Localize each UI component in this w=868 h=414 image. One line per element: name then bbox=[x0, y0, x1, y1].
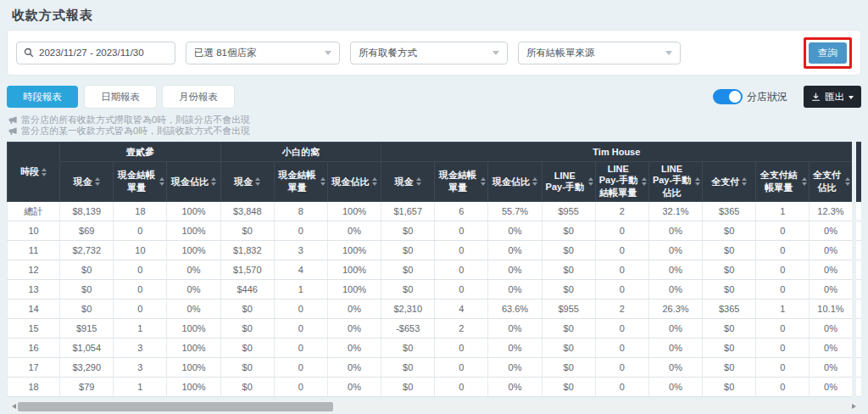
value-cell: $1,054 bbox=[60, 338, 114, 358]
table-row: 總計$8,13918100%$3,8488100%$1,657655.7%$95… bbox=[8, 202, 862, 221]
value-cell: 100% bbox=[167, 378, 220, 397]
value-cell: 63.6% bbox=[488, 299, 542, 319]
sort-icon bbox=[416, 177, 421, 186]
tab-month-report[interactable]: 月份報表 bbox=[163, 86, 234, 108]
value-cell: 100% bbox=[167, 358, 220, 378]
value-cell: 0 bbox=[756, 280, 810, 299]
value-cell: 0% bbox=[488, 260, 542, 280]
column-header-time[interactable]: 時段 bbox=[8, 143, 60, 202]
value-cell: 0% bbox=[648, 280, 702, 299]
scroll-right-arrow-icon[interactable] bbox=[852, 404, 859, 409]
value-cell: 0% bbox=[810, 280, 854, 299]
value-cell: $0 bbox=[220, 358, 274, 378]
value-cell-clipped bbox=[854, 260, 861, 280]
value-cell: $1,657 bbox=[381, 202, 435, 221]
value-cell: $0 bbox=[703, 378, 756, 397]
pickup-method-select[interactable]: 所有取餐方式 bbox=[350, 42, 508, 64]
column-header[interactable]: 全支付 bbox=[703, 162, 756, 202]
column-header[interactable]: LINE Pay-手動結帳單量 bbox=[595, 162, 648, 202]
value-cell: 0 bbox=[595, 241, 648, 260]
value-cell: 100% bbox=[167, 319, 220, 338]
date-range-input[interactable]: 2023/11/27 - 2023/11/30 bbox=[16, 42, 175, 64]
page-title: 收款方式報表 bbox=[0, 0, 868, 24]
value-cell: 0 bbox=[274, 358, 327, 378]
source-select-value: 所有結帳單來源 bbox=[526, 47, 595, 59]
column-header[interactable]: 現金結帳單量 bbox=[435, 162, 488, 202]
scrollbar-thumb[interactable] bbox=[18, 402, 333, 411]
column-header[interactable]: LINE Pay-手動佔比 bbox=[648, 162, 702, 202]
column-header[interactable]: 現金結帳單量 bbox=[274, 162, 327, 202]
column-header[interactable]: 現金 bbox=[381, 162, 435, 202]
sort-icon bbox=[211, 177, 216, 186]
value-cell: 100% bbox=[327, 260, 381, 280]
value-cell: 100% bbox=[327, 202, 381, 221]
column-header[interactable]: 全支付佔比 bbox=[810, 162, 854, 202]
tab-date-report[interactable]: 日期報表 bbox=[85, 86, 156, 108]
value-cell: $0 bbox=[542, 358, 595, 378]
query-button[interactable]: 查詢 bbox=[809, 42, 847, 64]
value-cell-clipped bbox=[854, 299, 861, 319]
sort-icon bbox=[481, 177, 486, 186]
value-cell: $0 bbox=[220, 299, 274, 319]
column-header[interactable]: 現金佔比 bbox=[167, 162, 220, 202]
value-cell: 0% bbox=[810, 338, 854, 358]
store-select[interactable]: 已選 81個店家 bbox=[186, 42, 340, 64]
value-cell: 0 bbox=[595, 378, 648, 397]
scroll-left-arrow-icon[interactable] bbox=[9, 404, 16, 409]
value-cell: 0% bbox=[167, 260, 220, 280]
value-cell: 0 bbox=[756, 221, 810, 241]
value-cell: 0% bbox=[327, 319, 381, 338]
note-text: 當分店的某一收款方式皆為0時，則該收款方式不會出現 bbox=[21, 126, 250, 137]
value-cell: $79 bbox=[60, 378, 114, 397]
branch-status-toggle[interactable] bbox=[713, 89, 743, 104]
value-cell: 0% bbox=[648, 221, 702, 241]
table-row: 18$791100%$000%$000%$000%$000% bbox=[8, 378, 862, 397]
value-cell: $0 bbox=[381, 338, 435, 358]
column-header[interactable]: 現金佔比 bbox=[327, 162, 381, 202]
order-source-select[interactable]: 所有結帳單來源 bbox=[518, 42, 681, 64]
value-cell: $0 bbox=[542, 221, 595, 241]
megaphone-icon bbox=[8, 126, 18, 136]
value-cell: $915 bbox=[60, 319, 114, 338]
table-row: 14$000%$000%$2,310463.6%$955226.3%$36511… bbox=[8, 299, 862, 319]
value-cell: 0% bbox=[488, 221, 542, 241]
value-cell: $1,570 bbox=[220, 260, 274, 280]
value-cell: 0% bbox=[488, 338, 542, 358]
chevron-down-icon bbox=[325, 51, 331, 59]
time-cell: 17 bbox=[8, 358, 60, 378]
toggle-knob bbox=[729, 91, 741, 103]
time-cell: 18 bbox=[8, 378, 60, 397]
store-group-header-clipped bbox=[854, 143, 861, 202]
chevron-down-icon bbox=[665, 51, 672, 59]
value-cell: 0 bbox=[435, 241, 488, 260]
time-cell: 15 bbox=[8, 319, 60, 338]
value-cell: $0 bbox=[381, 280, 435, 299]
column-header[interactable]: 現金 bbox=[220, 162, 274, 202]
tab-time-period-report[interactable]: 時段報表 bbox=[7, 86, 78, 108]
value-cell: 0 bbox=[114, 260, 167, 280]
column-header[interactable]: 全支付結帳單量 bbox=[756, 162, 810, 202]
value-cell-clipped bbox=[854, 319, 861, 338]
column-header[interactable]: LINE Pay-手動 bbox=[542, 162, 595, 202]
sort-icon bbox=[159, 177, 164, 186]
horizontal-scrollbar[interactable] bbox=[7, 401, 861, 412]
value-cell: 0% bbox=[648, 319, 702, 338]
value-cell: $3,848 bbox=[220, 202, 274, 221]
column-header[interactable]: 現金結帳單量 bbox=[114, 162, 167, 202]
table-row: 13$000%$4461100%$000%$000%$000% bbox=[8, 280, 862, 299]
value-cell: $955 bbox=[542, 299, 595, 319]
chevron-down-icon bbox=[849, 96, 854, 102]
column-header[interactable]: 現金佔比 bbox=[488, 162, 542, 202]
value-cell: 26.3% bbox=[648, 299, 702, 319]
value-cell: 4 bbox=[274, 260, 327, 280]
value-cell: 1 bbox=[274, 280, 327, 299]
value-cell: 3 bbox=[114, 338, 167, 358]
value-cell: $0 bbox=[703, 358, 756, 378]
value-cell: 0% bbox=[488, 378, 542, 397]
annotation-highlight-box: 查詢 bbox=[804, 37, 852, 69]
time-cell: 10 bbox=[8, 221, 60, 241]
column-header[interactable]: 現金 bbox=[60, 162, 114, 202]
value-cell: $1,832 bbox=[220, 241, 274, 260]
export-button[interactable]: 匯出 bbox=[804, 86, 861, 108]
value-cell: 6 bbox=[435, 202, 488, 221]
